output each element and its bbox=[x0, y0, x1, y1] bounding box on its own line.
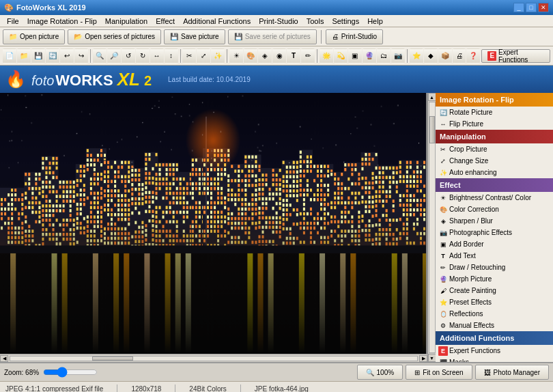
refresh-icon[interactable]: 🔄 bbox=[46, 48, 59, 64]
menu-help[interactable]: Help bbox=[363, 16, 387, 26]
menu-effect[interactable]: Effect bbox=[152, 16, 179, 26]
rp-manual-effects[interactable]: ⚙ Manual Effects bbox=[436, 320, 553, 331]
titlebar: 🎨 FotoWorks XL 2019 _ □ ✕ bbox=[0, 0, 553, 15]
vertical-scrollbar[interactable]: ▲ ▼ bbox=[427, 93, 436, 362]
rp-morph[interactable]: 🔮 Morph Picture bbox=[436, 273, 553, 285]
zoom-slider[interactable] bbox=[43, 367, 98, 378]
scroll-up-button[interactable]: ▲ bbox=[428, 93, 436, 101]
scroll-left-button[interactable]: ◀ bbox=[0, 355, 8, 362]
crop-icon[interactable]: ✂ bbox=[182, 48, 196, 64]
expert-functions-button[interactable]: E Expert Functions bbox=[481, 49, 550, 63]
tb2-sep3 bbox=[227, 49, 227, 63]
flip-v-icon[interactable]: ↕ bbox=[165, 48, 178, 64]
zoom-out-icon[interactable]: 🔎 bbox=[107, 48, 121, 64]
zoom-100-button[interactable]: 🔍 100% bbox=[357, 365, 403, 380]
save-picture-button[interactable]: 💾 Save picture bbox=[164, 29, 225, 44]
rp-preset-effects[interactable]: ⭐ Preset Effects bbox=[436, 296, 553, 308]
menu-manipulation[interactable]: Manipulation bbox=[101, 16, 152, 26]
save-series-button[interactable]: 💾 Save serie of pictures bbox=[228, 29, 317, 44]
vscroll-track[interactable] bbox=[429, 102, 436, 353]
rp-rotate-picture[interactable]: 🔄 Rotate Picture bbox=[436, 107, 553, 118]
zoom-in-icon[interactable]: 🔍 bbox=[93, 48, 107, 64]
photo-effects-icon: 📷 bbox=[438, 228, 448, 238]
flip-h-icon[interactable]: ↔ bbox=[150, 48, 164, 64]
scroll-right-button[interactable]: ▶ bbox=[419, 355, 427, 362]
rotation-header-label: Image Rotation - Flip bbox=[440, 96, 514, 104]
effect1-icon[interactable]: 🌟 bbox=[320, 48, 333, 64]
text-tb-icon[interactable]: T bbox=[287, 48, 300, 64]
maximize-button[interactable]: □ bbox=[526, 3, 537, 12]
scrollbar-track[interactable] bbox=[10, 356, 418, 361]
save-tb-icon[interactable]: 💾 bbox=[31, 48, 45, 64]
rp-reflections[interactable]: 🪞 Reflections bbox=[436, 308, 553, 320]
draw-icon[interactable]: ✏ bbox=[301, 48, 315, 64]
morph-icon[interactable]: 🔮 bbox=[363, 48, 376, 64]
resize-icon[interactable]: ⤢ bbox=[197, 48, 210, 64]
reflections-icon: 🪞 bbox=[438, 309, 448, 319]
rp-auto-enhance[interactable]: ✨ Auto enhancing bbox=[436, 167, 553, 178]
vscroll-thumb[interactable] bbox=[429, 116, 435, 143]
color-correction-icon: 🎨 bbox=[438, 205, 448, 214]
print-studio-button[interactable]: 🖨 Print-Studio bbox=[326, 29, 383, 44]
toolbar-icons: 📄 📁 💾 🔄 ↩ ↪ 🔍 🔎 ↺ ↻ ↔ ↕ ✂ ⤢ ✨ ☀ 🎨 ◈ ◉ T … bbox=[0, 46, 553, 66]
new-icon[interactable]: 📄 bbox=[3, 48, 16, 64]
undo-icon[interactable]: ↩ bbox=[60, 48, 74, 64]
rp-masks[interactable]: ⬛ Masks bbox=[436, 356, 553, 362]
enhance-icon[interactable]: ✨ bbox=[211, 48, 225, 64]
effect2-icon[interactable]: 💫 bbox=[334, 48, 348, 64]
folder-series-icon: 📂 bbox=[74, 33, 82, 40]
sharpen-icon[interactable]: ◈ bbox=[258, 48, 272, 64]
menubar: File Image Rotation - Flip Manipulation … bbox=[0, 15, 553, 27]
scrollbar-thumb[interactable] bbox=[92, 356, 133, 361]
zoom-100-icon: 🔍 bbox=[366, 369, 374, 376]
menu-rotation[interactable]: Image Rotation - Flip bbox=[23, 16, 101, 26]
menu-additional[interactable]: Additional Functions bbox=[179, 16, 255, 26]
rp-create-painting[interactable]: 🖌 Create Painting bbox=[436, 285, 553, 296]
photo2-icon[interactable]: 📷 bbox=[391, 48, 405, 64]
scroll-down-button[interactable]: ▼ bbox=[428, 354, 436, 362]
photo-manager-button[interactable]: 🖼 Photo Manager bbox=[475, 365, 549, 380]
rp-add-text[interactable]: T Add Text bbox=[436, 250, 553, 262]
rp-flip-picture[interactable]: ↔ Flip Picture bbox=[436, 118, 553, 130]
help-icon[interactable]: ❓ bbox=[466, 48, 480, 64]
rp-add-border[interactable]: ▣ Add Border bbox=[436, 238, 553, 250]
rp-expert-functions[interactable]: E Expert Functions bbox=[436, 345, 553, 356]
bottom-toolbar: Zoom: 68% 🔍 100% ⊞ Fit on Screen 🖼 Photo… bbox=[0, 362, 553, 381]
print2-icon[interactable]: 🖨 bbox=[453, 48, 466, 64]
brightness-icon[interactable]: ☀ bbox=[229, 48, 243, 64]
close-button[interactable]: ✕ bbox=[538, 3, 549, 12]
clipart-icon[interactable]: ⭐ bbox=[410, 48, 423, 64]
blur-icon[interactable]: ◉ bbox=[272, 48, 286, 64]
menu-file[interactable]: File bbox=[3, 16, 23, 26]
status-format: JPEG 4:1:1 compressed Exif file bbox=[5, 385, 103, 392]
menu-settings[interactable]: Settings bbox=[328, 16, 363, 26]
status-sep3 bbox=[240, 384, 241, 393]
redo-icon[interactable]: ↪ bbox=[74, 48, 88, 64]
minimize-button[interactable]: _ bbox=[513, 3, 524, 12]
open-series-button[interactable]: 📂 Open series of pictures bbox=[68, 29, 161, 44]
menu-tools[interactable]: Tools bbox=[302, 16, 328, 26]
border-icon[interactable]: ▣ bbox=[348, 48, 362, 64]
horizontal-scrollbar[interactable]: ◀ ▶ bbox=[0, 354, 427, 362]
rp-color-correction[interactable]: 🎨 Color Correction bbox=[436, 204, 553, 215]
rp-photo-effects[interactable]: 📷 Photographic Effects bbox=[436, 227, 553, 238]
rp-change-size[interactable]: ⤢ Change Size bbox=[436, 155, 553, 167]
status-sep1 bbox=[117, 384, 117, 393]
open-picture-button[interactable]: 📁 Open picture bbox=[3, 29, 65, 44]
symbol-icon[interactable]: ◆ bbox=[424, 48, 438, 64]
open-icon[interactable]: 📁 bbox=[17, 48, 31, 64]
rp-sharpen[interactable]: ◈ Sharpen / Blur bbox=[436, 215, 553, 227]
fit-on-screen-button[interactable]: ⊞ Fit on Screen bbox=[406, 365, 472, 380]
image-display[interactable] bbox=[0, 93, 427, 354]
menu-print[interactable]: Print-Studio bbox=[255, 16, 302, 26]
batch-icon[interactable]: 📦 bbox=[438, 48, 452, 64]
expert-e-icon: E bbox=[487, 51, 496, 61]
toolbar-separator bbox=[321, 30, 322, 44]
rotate-left-icon[interactable]: ↺ bbox=[122, 48, 135, 64]
rp-brightness[interactable]: ☀ Brightness/ Contrast/ Color bbox=[436, 192, 553, 204]
rotate-right-icon[interactable]: ↻ bbox=[136, 48, 150, 64]
color-icon[interactable]: 🎨 bbox=[244, 48, 257, 64]
collage-icon[interactable]: 🗂 bbox=[377, 48, 391, 64]
rp-draw[interactable]: ✏ Draw / Retouching bbox=[436, 262, 553, 273]
rp-crop-picture[interactable]: ✂ Crop Picture bbox=[436, 143, 553, 155]
